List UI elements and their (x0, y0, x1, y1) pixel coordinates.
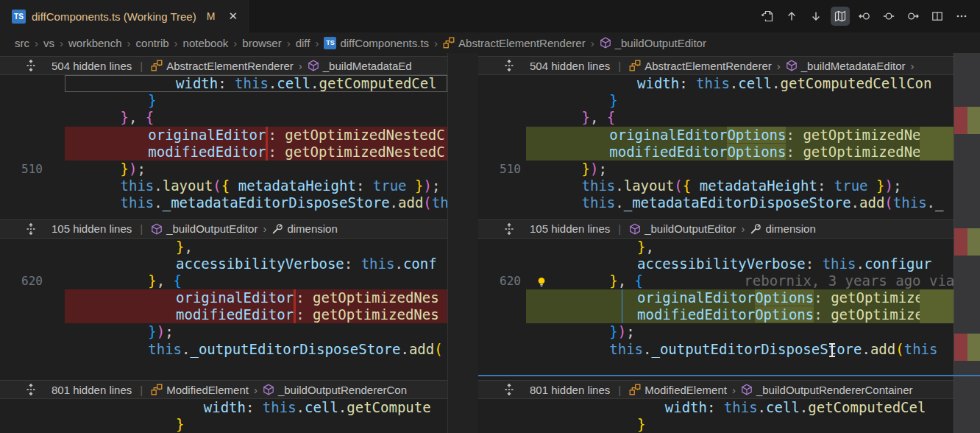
next-change-icon[interactable] (806, 7, 825, 26)
chevron-right-icon: › (299, 60, 302, 72)
code-line[interactable]: }, (478, 239, 954, 256)
code-line[interactable]: width: this.cell.getComputedCel (478, 399, 954, 416)
hidden-region-symbol[interactable]: _buildMetadataEd (308, 60, 412, 72)
diff-ruler-mark[interactable] (954, 334, 980, 361)
hidden-region-bar[interactable]: 801 hidden lines|ModifiedElement›_buildO… (478, 380, 954, 399)
split-editor-icon[interactable] (928, 7, 947, 26)
code-text: }); (526, 161, 954, 177)
typescript-file-icon: TS (324, 37, 336, 49)
chevron-right-icon: › (174, 37, 178, 49)
code-line[interactable]: this._outputEditorDisposeStore.add(this (478, 341, 954, 358)
hidden-region-symbol[interactable]: _buildOutputEditor (151, 222, 258, 235)
hidden-region-bar[interactable]: 105 hidden lines|_buildOutputEditor›dime… (478, 219, 954, 239)
unfold-icon[interactable] (25, 223, 37, 235)
code-text: }, { (65, 109, 447, 126)
hidden-region-bar[interactable]: 504 hidden lines|AbstractElementRenderer… (0, 56, 447, 75)
hidden-region-symbol[interactable]: ModifiedElement (629, 384, 727, 396)
unfold-icon[interactable] (503, 384, 515, 395)
breadcrumb-item-contrib[interactable]: contrib (136, 37, 169, 49)
breadcrumb-item-diffcomponents-ts[interactable]: TSdiffComponents.ts (324, 37, 429, 49)
hidden-region-bar[interactable]: 105 hidden lines|_buildOutputEditor›dime… (0, 219, 447, 239)
breadcrumb-item-src[interactable]: src (15, 37, 29, 49)
unfold-icon[interactable] (25, 384, 37, 395)
diff-pane-original[interactable]: 504 hidden lines|AbstractElementRenderer… (0, 53, 447, 433)
code-line[interactable]: this._outputEditorDisposeStore.add( (0, 341, 447, 358)
diff-ruler-mark[interactable] (954, 228, 980, 256)
code-line[interactable]: } (0, 416, 447, 433)
code-line[interactable]: modifiedEditor: getOptimizedNes (0, 306, 447, 323)
code-line[interactable]: modifiedEditorOptions: getOptimizedNest (478, 144, 954, 161)
editor-sash[interactable] (447, 53, 480, 433)
code-line[interactable]: originalEditor: getOptimizedNestedC (0, 127, 447, 144)
code-line[interactable] (0, 358, 447, 375)
chevron-right-icon: › (591, 37, 594, 49)
hidden-region-symbol[interactable]: dimension (271, 222, 337, 235)
code-line[interactable]: modifiedEditorOptions: getOptimized (478, 306, 954, 323)
hidden-region-symbol[interactable]: AbstractElementRenderer (629, 60, 772, 72)
code-line[interactable]: this.layout({ metadataHeight: true }); (0, 177, 447, 194)
hidden-region-symbol[interactable]: _buildOutputRendererCon (263, 384, 407, 396)
hidden-region-symbol[interactable]: dimension (750, 222, 815, 235)
code-line[interactable]: this._metadataEditorDisposeStore.add(th (0, 194, 447, 211)
more-actions-icon[interactable] (952, 7, 971, 26)
code-line[interactable]: 620 }, { (0, 272, 447, 289)
code-line[interactable]: } (478, 416, 954, 433)
hidden-region-bar[interactable]: 801 hidden lines|ModifiedElement›_buildO… (0, 380, 447, 399)
breadcrumb-label: workbench (68, 37, 122, 49)
code-text: } (526, 92, 954, 109)
hidden-region-bar[interactable]: 504 hidden lines|AbstractElementRenderer… (478, 56, 954, 75)
code-line[interactable]: modifiedEditor: getOptimizedNestedC (0, 144, 447, 161)
code-line[interactable]: accessibilityVerbose: this.conf (0, 256, 447, 272)
code-line[interactable]: }, (0, 239, 447, 256)
code-text: originalEditorOptions: getOptimizedNest (526, 127, 954, 144)
hidden-region-symbol[interactable]: _buildOutputRendererContainer (741, 384, 913, 396)
discard-changes-icon[interactable] (758, 7, 777, 26)
previous-change-icon[interactable] (782, 7, 801, 26)
close-tab-icon[interactable]: ✕ (228, 10, 238, 23)
collapse-unchanged-regions-icon[interactable] (831, 7, 850, 26)
code-line[interactable]: 510 }); (478, 161, 954, 177)
code-line[interactable]: this.layout({ metadataHeight: true }); (478, 177, 954, 194)
editor-gap (0, 212, 447, 219)
breadcrumb-item-browser[interactable]: browser (242, 37, 281, 49)
code-line[interactable]: }); (478, 323, 954, 340)
hidden-region-symbol[interactable]: AbstractElementRenderer (151, 60, 294, 72)
code-line[interactable]: }, { (0, 109, 447, 126)
hidden-region-symbol[interactable]: _buildMetadataEditor (786, 60, 906, 72)
breadcrumb-item-notebook[interactable]: notebook (183, 37, 229, 49)
added-chars-highlight (920, 144, 954, 161)
code-line[interactable]: originalEditorOptions: getOptimizedNest (478, 127, 954, 144)
breadcrumb-item-abstractelementrenderer[interactable]: AbstractElementRenderer (443, 37, 586, 49)
open-changes-next-revision-icon[interactable] (903, 7, 923, 26)
breadcrumb-item-vs[interactable]: vs (43, 37, 54, 49)
open-changes-previous-revision-icon[interactable] (855, 7, 874, 26)
code-line[interactable]: }, { (478, 109, 954, 126)
code-line[interactable]: originalEditor: getOptimizedNes (0, 289, 447, 306)
code-line[interactable]: 510 }); (0, 161, 447, 177)
code-line[interactable]: 620 }, { rebornix, 3 years ago via PR (478, 272, 954, 289)
code-line[interactable]: this._metadataEditorDisposeStore.add(thi… (478, 194, 954, 211)
diff-ruler-mark[interactable] (954, 107, 980, 134)
breadcrumb-item--buildoutputeditor[interactable]: _buildOutputEditor (600, 37, 706, 49)
code-line[interactable]: originalEditorOptions: getOptimized (478, 289, 954, 306)
code-line[interactable]: accessibilityVerbose: this.configur (478, 256, 954, 272)
code-line[interactable]: }); (0, 323, 447, 340)
unfold-icon[interactable] (25, 60, 37, 71)
code-text: width: this.cell.getComputedCellCon (526, 75, 954, 92)
code-line[interactable]: width: this.cell.getComputedCellCon (478, 75, 954, 92)
open-changes-revision-icon[interactable] (879, 7, 898, 26)
code-line[interactable]: width: this.cell.getCompute (0, 399, 447, 416)
unfold-icon[interactable] (503, 60, 515, 71)
breadcrumb-item-workbench[interactable]: workbench (68, 37, 122, 49)
breadcrumb-item-diff[interactable]: diff (296, 37, 310, 49)
editor-gap (0, 375, 447, 380)
hidden-region-symbol[interactable]: _buildOutputEditor (629, 222, 736, 235)
hidden-region-symbol[interactable]: ModifiedElement (151, 384, 249, 396)
code-line[interactable]: } (478, 92, 954, 109)
code-text (526, 358, 954, 375)
tab-diffcomponents[interactable]: TS diffComponents.ts (Working Tree) M ✕ (0, 0, 249, 32)
code-line[interactable]: width: this.cell.getComputedCel (0, 75, 447, 92)
code-line[interactable]: } (0, 92, 447, 109)
unfold-icon[interactable] (503, 223, 515, 235)
code-line[interactable] (478, 358, 954, 375)
